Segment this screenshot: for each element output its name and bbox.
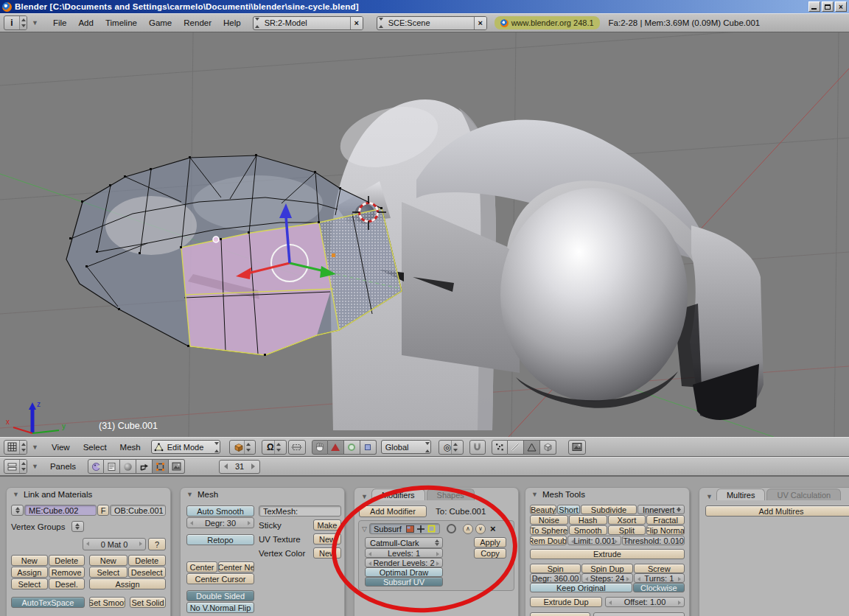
move-modifier-up-button[interactable]: ∧: [463, 524, 473, 534]
to-sphere-button[interactable]: To Sphere: [530, 525, 568, 535]
mode-selector[interactable]: Edit Mode: [151, 440, 220, 454]
center-new-button[interactable]: Center Ne: [218, 561, 254, 573]
modifier-expand-icon[interactable]: ▽: [362, 525, 367, 533]
center-cursor-button[interactable]: Center Cursor: [186, 573, 254, 584]
snap-button[interactable]: [469, 440, 486, 455]
cage-display-icon[interactable]: [427, 525, 436, 533]
edge-select-mode[interactable]: [508, 440, 524, 455]
vgroup-select-button[interactable]: Select: [11, 578, 48, 589]
vgroup-remove-button[interactable]: Remove: [49, 567, 85, 578]
screw-button[interactable]: Screw: [634, 564, 685, 573]
frame-prev-icon[interactable]: [224, 463, 228, 469]
viewport-3d[interactable]: z x y (31) Cube.001: [0, 32, 849, 437]
add-multires-button[interactable]: Add Multires: [705, 505, 849, 517]
delete-modifier-icon[interactable]: ×: [490, 523, 496, 534]
limit-field[interactable]: Limit: 0.001: [567, 536, 622, 545]
modifier-name-field[interactable]: Subsurf: [369, 523, 440, 534]
vgroup-deselect-button[interactable]: Desel.: [49, 578, 85, 589]
no-vnormal-flip-toggle[interactable]: No V.Normal Flip: [186, 602, 254, 613]
manipulator-hand-toggle[interactable]: [312, 440, 328, 455]
tab-shapes[interactable]: Shapes: [427, 489, 475, 500]
uv-texture-new-button[interactable]: New: [313, 533, 341, 545]
steps-field[interactable]: Steps: 24: [581, 573, 632, 583]
threshold-field[interactable]: Threshold: 0.010: [622, 536, 685, 545]
menu-view[interactable]: View: [50, 443, 71, 452]
set-solid-button[interactable]: Set Solid: [130, 597, 166, 608]
keep-original-toggle[interactable]: Keep Original: [530, 583, 632, 592]
close-button[interactable]: ×: [835, 1, 847, 12]
menu-select[interactable]: Select: [82, 443, 108, 452]
move-modifier-down-button[interactable]: ∨: [475, 524, 486, 534]
menu-add[interactable]: Add: [77, 18, 94, 27]
auto-smooth-toggle[interactable]: Auto Smooth: [186, 505, 254, 517]
short-toggle[interactable]: Short: [557, 505, 580, 514]
stepper-icon[interactable]: [274, 441, 282, 454]
mesh-datablock-field[interactable]: ME:Cube.002: [24, 505, 97, 516]
tab-modifiers[interactable]: Modifiers: [371, 489, 425, 500]
render-preview-button[interactable]: [568, 440, 586, 455]
proportional-edit-selector[interactable]: Ω: [262, 440, 287, 455]
restore-button[interactable]: [822, 1, 834, 12]
menu-collapse-icon[interactable]: ▼: [27, 463, 43, 470]
panels-label[interactable]: Panels: [49, 462, 77, 471]
subsurf-uv-toggle[interactable]: Subsurf UV: [365, 577, 443, 587]
buttons-window-type-selector[interactable]: [4, 459, 27, 474]
live-preview-toggle[interactable]: [447, 524, 456, 533]
editmode-display-icon[interactable]: [417, 525, 424, 533]
clipped-button[interactable]: [530, 612, 590, 616]
vertex-select-mode[interactable]: [492, 440, 508, 455]
object-context-button[interactable]: [136, 459, 153, 474]
vgroup-new-button[interactable]: New: [11, 555, 48, 566]
subdivision-type-menu[interactable]: Catmull-Clark: [365, 537, 443, 548]
stepper-icon[interactable]: [244, 441, 251, 454]
material-new-button[interactable]: New: [89, 555, 127, 566]
mesh-browse-stepper[interactable]: [11, 505, 24, 516]
render-visibility-icon[interactable]: [406, 525, 414, 533]
tab-multires[interactable]: Multires: [716, 489, 766, 500]
menu-collapse-icon[interactable]: ▼: [27, 444, 43, 451]
scene-context-button[interactable]: [169, 459, 185, 474]
vgroup-assign-button[interactable]: Assign: [11, 567, 48, 578]
double-sided-toggle[interactable]: Double Sided: [186, 590, 254, 601]
spin-button[interactable]: Spin: [530, 564, 581, 573]
tab-uv-calculation[interactable]: UV Calculation: [766, 489, 841, 500]
hash-button[interactable]: Hash: [569, 515, 607, 525]
extrude-button[interactable]: Extrude: [530, 549, 685, 559]
menu-collapse-icon[interactable]: ▼: [27, 19, 43, 27]
manipulator-space-button[interactable]: [288, 440, 306, 455]
window-type-selector[interactable]: i: [4, 15, 27, 30]
screen-selector[interactable]: SR:2-Model ×: [253, 16, 363, 30]
menu-game[interactable]: Game: [147, 18, 173, 27]
panel-collapse-icon[interactable]: ▼: [186, 491, 193, 498]
levels-field[interactable]: Levels: 1: [365, 548, 443, 558]
beauty-toggle[interactable]: Beauty: [530, 505, 556, 514]
clear-scene-icon[interactable]: ×: [474, 17, 486, 29]
material-help-button[interactable]: ?: [148, 538, 166, 550]
material-index-field[interactable]: 0 Mat 0: [83, 538, 146, 550]
panel-collapse-icon[interactable]: ▼: [704, 493, 715, 500]
scene-selector[interactable]: SCE:Scene ×: [377, 16, 487, 30]
split-button[interactable]: Split: [608, 525, 646, 535]
menu-help[interactable]: Help: [222, 18, 242, 27]
manipulator-rotate-toggle[interactable]: [344, 440, 360, 455]
turns-field[interactable]: Turns: 1: [634, 573, 685, 583]
minimize-button[interactable]: [808, 1, 820, 12]
menu-render[interactable]: Render: [182, 18, 213, 27]
add-modifier-button[interactable]: Add Modifier: [359, 505, 427, 517]
viewport-window-type-selector[interactable]: [4, 440, 27, 455]
subdivide-button[interactable]: Subdivide: [581, 505, 637, 514]
manipulator-scale-toggle[interactable]: [360, 440, 377, 455]
frame-next-icon[interactable]: [251, 463, 255, 469]
retopo-toggle[interactable]: Retopo: [186, 534, 254, 545]
menu-mesh[interactable]: Mesh: [119, 443, 142, 452]
stepper-icon[interactable]: [19, 16, 27, 29]
apply-modifier-button[interactable]: Apply: [474, 537, 506, 547]
render-levels-field[interactable]: Render Levels: 2: [365, 558, 443, 567]
face-select-mode[interactable]: [524, 440, 540, 455]
manipulator-translate-toggle[interactable]: [328, 440, 344, 455]
clockwise-toggle[interactable]: Clockwise: [633, 583, 685, 592]
stepper-icon[interactable]: [19, 441, 27, 454]
pivot-selector[interactable]: ◎: [439, 440, 464, 455]
center-button[interactable]: Center: [186, 561, 217, 573]
panel-collapse-icon[interactable]: ▼: [13, 491, 19, 498]
